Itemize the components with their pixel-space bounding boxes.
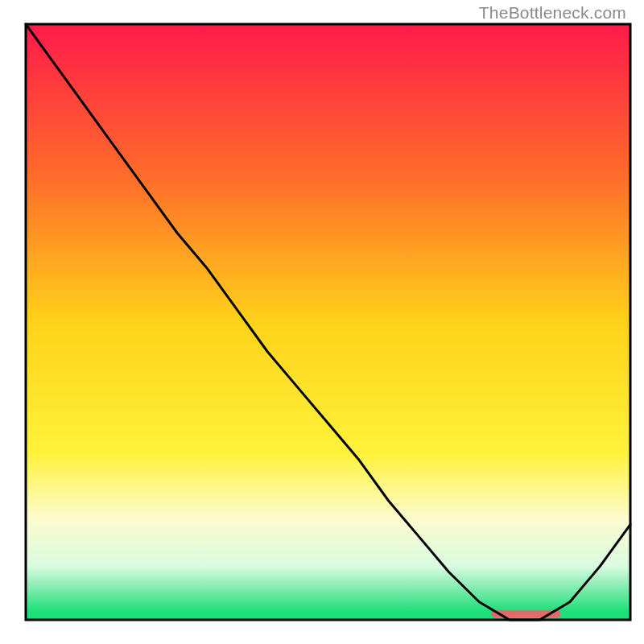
plot-background [26, 24, 630, 620]
chart-canvas [0, 0, 644, 644]
watermark-text: TheBottleneck.com [479, 3, 626, 23]
